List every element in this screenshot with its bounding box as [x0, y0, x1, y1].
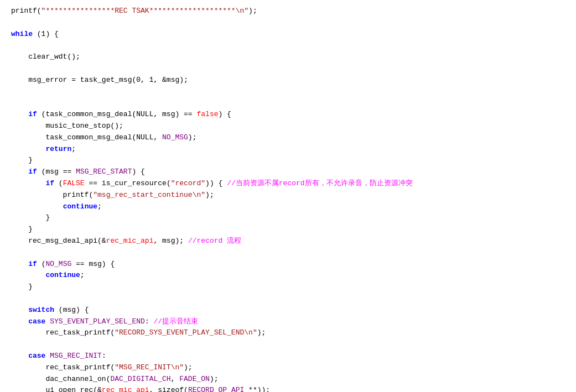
code-container: printf("****************REC TSAK********… [0, 0, 576, 392]
code-line-rectask1: rec_task_printf("RECORD_SYS_EVENT_PLAY_S… [11, 327, 565, 339]
code-line-brace1: } [11, 155, 565, 166]
code-line-if1: if (task_common_msg_deal(NULL, msg) == f… [11, 109, 565, 121]
code-line-while: while (1) { [11, 29, 565, 40]
code-line-clearwdt: clear_wdt(); [11, 51, 565, 63]
code-line-recmsg: rec_msg_deal_api(&rec_mic_api, msg); //r… [11, 236, 565, 247]
code-line-uiopenrec: ui_open_rec(&rec_mic_api, sizeof(RECORD_… [11, 385, 565, 392]
code-line-blank8 [11, 339, 565, 351]
code-line-case2: case MSG_REC_INIT: [11, 351, 565, 362]
code-line-1: printf("****************REC TSAK********… [11, 6, 565, 17]
code-line-return: return; [11, 144, 565, 155]
code-line-blank2 [11, 40, 565, 51]
code-line-blank4 [11, 86, 565, 98]
code-line-blank3 [11, 63, 565, 75]
code-line-continue2: continue; [11, 270, 565, 281]
code-line-case1: case SYS_EVENT_PLAY_SEL_END: //提示音结束 [11, 316, 565, 328]
code-line-dac1: dac_channel_on(DAC_DIGITAL_CH, FADE_ON); [11, 374, 565, 385]
code-line-if3: if (FALSE == is_cur_resource("record")) … [11, 178, 565, 190]
code-line-brace2: } [11, 212, 565, 224]
code-line-brace4: } [11, 281, 565, 293]
code-line-if4: if (NO_MSG == msg) { [11, 259, 565, 270]
code-line-msgerror: msg_error = task_get_msg(0, 1, &msg); [11, 75, 565, 86]
code-line-if2: if (msg == MSG_REC_START) { [11, 166, 565, 178]
code-line-brace3: } [11, 224, 565, 236]
code-line-blank6 [11, 247, 565, 259]
code-line-blank5 [11, 97, 565, 109]
code-line-musictone: music_tone_stop(); [11, 121, 565, 132]
code-line-switch: switch (msg) { [11, 305, 565, 316]
code-line-taskmsg: task_common_msg_deal(NULL, NO_MSG); [11, 132, 565, 144]
code-line-printf2: printf("msg_rec_start_continue\n"); [11, 190, 565, 201]
code-line-blank1 [11, 17, 565, 29]
code-line-continue1: continue; [11, 201, 565, 213]
code-line-blank7 [11, 293, 565, 305]
code-line-rectask2: rec_task_printf("MSG_REC_INIT\n"); [11, 362, 565, 374]
